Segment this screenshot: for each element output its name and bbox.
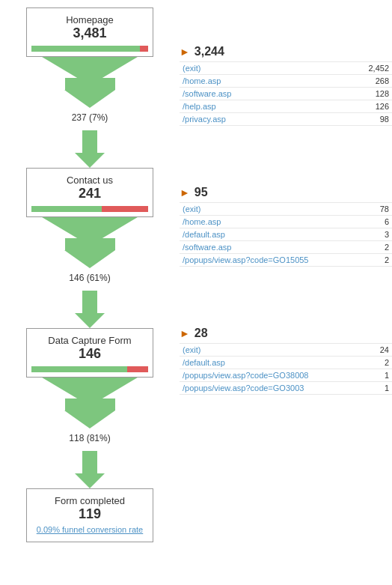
- table-row[interactable]: /default.asp 3: [180, 228, 392, 241]
- step-contact-us: Contact us 241 146 (61%): [7, 168, 172, 328]
- table-row[interactable]: /popups/view.asp?code=GO15055 2: [180, 254, 392, 267]
- arrow-down-data-capture: [75, 451, 105, 488]
- count-cell: 6: [370, 216, 392, 228]
- count-cell: 2: [370, 357, 392, 369]
- arrowhead-1: [75, 153, 105, 168]
- progress-green-homepage: [31, 46, 140, 52]
- funnel-column: Homepage 3,481 237 (7%): [0, 7, 172, 542]
- shaft-3: [82, 451, 97, 473]
- table-row[interactable]: /home.asp 6: [180, 216, 392, 228]
- table-row[interactable]: /popups/view.asp?code=GO38008 1: [180, 369, 392, 382]
- detail-table-3: (exit) 24 /default.asp 2 /popups/view.as…: [180, 343, 392, 395]
- progress-green-contact-us: [31, 206, 102, 212]
- path-cell[interactable]: /popups/view.asp?code=GO3003: [180, 382, 370, 395]
- details-column: ► 3,244 (exit) 2,452 /home.asp 268 /soft…: [172, 7, 392, 542]
- table-row[interactable]: /home.asp 268: [180, 75, 392, 88]
- detail-exit-count-3: 28: [195, 327, 208, 340]
- table-row[interactable]: /help.asp 126: [180, 100, 392, 113]
- path-cell[interactable]: (exit): [180, 344, 370, 357]
- progress-red-homepage: [140, 46, 148, 52]
- detail-exit-count-2: 95: [195, 186, 208, 199]
- progress-red-contact-us: [102, 206, 148, 212]
- table-row[interactable]: (exit) 2,452: [180, 62, 392, 75]
- final-step-count: 119: [31, 506, 148, 522]
- table-row[interactable]: /default.asp 2: [180, 357, 392, 369]
- count-cell: 1: [370, 369, 392, 382]
- step-label-homepage: Homepage: [31, 14, 148, 25]
- path-cell[interactable]: /privacy.asp: [180, 113, 322, 126]
- path-cell[interactable]: (exit): [180, 62, 322, 75]
- table-row[interactable]: (exit) 78: [180, 203, 392, 216]
- trap-upper-1: [27, 57, 153, 78]
- detail-table-2: (exit) 78 /home.asp 6 /default.asp 3 /so…: [180, 202, 392, 267]
- funnel-shape-homepage: [27, 57, 153, 108]
- count-cell: 2,452: [322, 62, 392, 75]
- table-row[interactable]: /popups/view.asp?code=GO3003 1: [180, 382, 392, 395]
- arrow-down-homepage: [75, 130, 105, 168]
- detail-count-row-3: ► 28: [180, 327, 392, 340]
- dropout-label-data-capture: 118 (81%): [69, 430, 110, 446]
- count-cell: 98: [322, 113, 392, 126]
- table-row[interactable]: /privacy.asp 98: [180, 113, 392, 126]
- arrow-head-2: [64, 250, 115, 268]
- shaft-2: [82, 291, 97, 313]
- step-count-contact-us: 241: [31, 186, 148, 201]
- path-cell[interactable]: /popups/view.asp?code=GO38008: [180, 369, 370, 382]
- table-row[interactable]: (exit) 24: [180, 344, 392, 357]
- progress-red-data-capture: [127, 366, 148, 372]
- funnel-page: Homepage 3,481 237 (7%): [0, 0, 392, 550]
- detail-count-row-2: ► 95: [180, 186, 392, 199]
- arrow-head-3: [64, 410, 115, 428]
- funnel-box-homepage: Homepage 3,481: [26, 7, 153, 57]
- count-cell: 128: [322, 88, 392, 100]
- step-count-homepage: 3,481: [31, 25, 148, 41]
- trap-mid-3: [65, 398, 115, 410]
- arrow-down-contact-us: [75, 291, 105, 328]
- detail-arrow-1: ►: [180, 46, 190, 58]
- detail-section-2: ► 95 (exit) 78 /home.asp 6 /default.asp …: [180, 186, 392, 267]
- arrowhead-3: [75, 473, 105, 488]
- count-cell: 2: [370, 241, 392, 254]
- progress-bar-contact-us: [31, 206, 148, 212]
- detail-count-row-1: ► 3,244: [180, 45, 392, 58]
- detail-arrow-2: ►: [180, 187, 190, 198]
- detail-section-3: ► 28 (exit) 24 /default.asp 2 /popups/vi…: [180, 327, 392, 395]
- count-cell: 268: [322, 75, 392, 88]
- step-count-data-capture: 146: [31, 346, 148, 362]
- step-homepage: Homepage 3,481 237 (7%): [7, 7, 172, 168]
- final-step-box: Form completed 119 0.09% funnel conversi…: [26, 488, 153, 542]
- path-cell[interactable]: (exit): [180, 203, 370, 216]
- arrow-head-1: [64, 90, 115, 108]
- table-row[interactable]: /software.asp 2: [180, 241, 392, 254]
- path-cell[interactable]: /software.asp: [180, 88, 322, 100]
- detail-arrow-3: ►: [180, 327, 190, 339]
- step-label-contact-us: Contact us: [31, 175, 148, 186]
- progress-bar-data-capture: [31, 366, 148, 372]
- shaft-1: [82, 130, 97, 153]
- trap-mid-2: [65, 238, 115, 250]
- count-cell: 3: [370, 228, 392, 241]
- count-cell: 2: [370, 254, 392, 267]
- path-cell[interactable]: /software.asp: [180, 241, 370, 254]
- table-row[interactable]: /software.asp 128: [180, 88, 392, 100]
- count-cell: 78: [370, 203, 392, 216]
- path-cell[interactable]: /default.asp: [180, 357, 370, 369]
- path-cell[interactable]: /default.asp: [180, 228, 370, 241]
- path-cell[interactable]: /popups/view.asp?code=GO15055: [180, 254, 370, 267]
- detail-section-1: ► 3,244 (exit) 2,452 /home.asp 268 /soft…: [180, 45, 392, 126]
- trap-upper-2: [27, 217, 153, 238]
- funnel-box-data-capture: Data Capture Form 146: [26, 328, 153, 378]
- progress-bar-homepage: [31, 46, 148, 52]
- path-cell[interactable]: /home.asp: [180, 216, 370, 228]
- progress-green-data-capture: [31, 366, 127, 372]
- path-cell[interactable]: /help.asp: [180, 100, 322, 113]
- funnel-shape-contact-us: [27, 217, 153, 268]
- dropout-label-homepage: 237 (7%): [72, 109, 108, 126]
- funnel-shape-data-capture: [27, 378, 153, 428]
- conversion-rate: 0.09% funnel conversion rate: [31, 525, 148, 534]
- path-cell[interactable]: /home.asp: [180, 75, 322, 88]
- funnel-box-contact-us: Contact us 241: [26, 168, 153, 217]
- detail-table-1: (exit) 2,452 /home.asp 268 /software.asp…: [180, 61, 392, 126]
- step-data-capture: Data Capture Form 146 118 (81%): [7, 328, 172, 488]
- arrowhead-2: [75, 313, 105, 328]
